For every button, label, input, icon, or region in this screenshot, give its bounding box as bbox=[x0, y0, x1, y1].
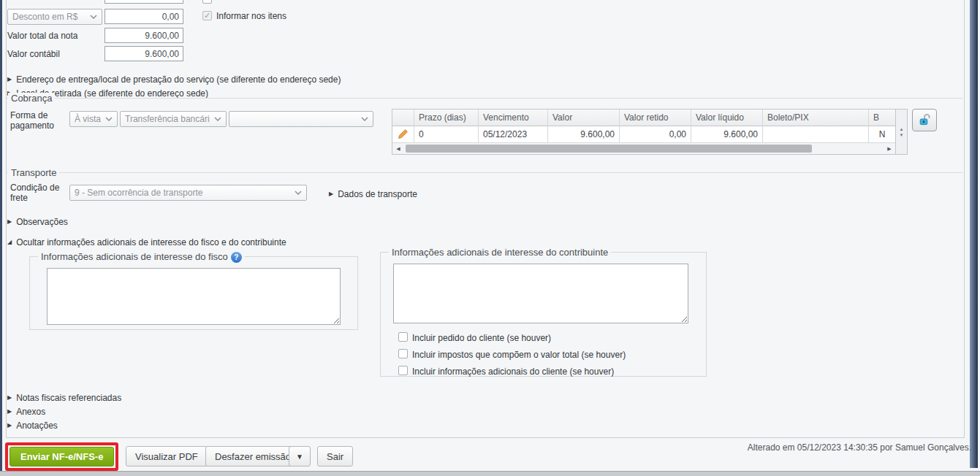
enviar-nfe-button[interactable]: Enviar NF-e/NFS-e bbox=[10, 447, 114, 467]
unlock-parcelas-button[interactable] bbox=[912, 109, 937, 131]
scroll-right-icon[interactable]: ▶ bbox=[884, 143, 895, 154]
forma-pagamento-select-1[interactable]: À vista bbox=[69, 111, 118, 127]
collapsible-label: Ocultar informações adicionais de intere… bbox=[16, 237, 286, 247]
collapse-arrow-icon: ▶ bbox=[329, 191, 333, 198]
fisco-textarea[interactable] bbox=[47, 268, 341, 325]
desfazer-emissao-dropdown-button[interactable]: ▼ bbox=[289, 446, 311, 467]
header-b[interactable]: B bbox=[869, 110, 895, 126]
collapsible-label: Dados de transporte bbox=[338, 189, 417, 199]
chevron-down-icon bbox=[90, 15, 97, 19]
pencil-icon bbox=[398, 128, 409, 139]
incluir-info-cliente-checkbox[interactable] bbox=[398, 366, 408, 375]
collapse-arrow-icon: ▶ bbox=[7, 394, 12, 402]
collapse-arrow-icon: ▶ bbox=[7, 422, 12, 429]
transporte-legend: Transporte bbox=[8, 167, 59, 178]
hscroll-track[interactable] bbox=[404, 143, 884, 154]
valor-contabil-input[interactable]: 9.600,00 bbox=[105, 46, 183, 61]
forma-pagamento-1-value: À vista bbox=[75, 114, 101, 124]
collapsible-observacoes[interactable]: ▶ Observações bbox=[7, 217, 68, 227]
informar-nos-itens-label: Informar nos itens bbox=[216, 11, 286, 21]
cell-boleto-pix[interactable] bbox=[763, 126, 869, 143]
header-edit bbox=[392, 110, 414, 126]
table-row: 0 05/12/2023 9.600,00 0,00 9.600,00 N bbox=[392, 126, 895, 143]
header-prazo[interactable]: Prazo (dias) bbox=[414, 110, 479, 126]
cropped-input[interactable] bbox=[105, 0, 183, 4]
scroll-left-icon[interactable]: ◀ bbox=[392, 143, 404, 154]
invoice-form-screen: Desconto em R$ 0,00 ✓ Informar nos itens… bbox=[0, 0, 980, 476]
window-right-edge bbox=[970, 0, 978, 468]
help-icon[interactable]: ? bbox=[231, 252, 242, 263]
check-icon: ✓ bbox=[204, 11, 210, 20]
forma-pagamento-label: Forma de pagamento bbox=[10, 110, 67, 131]
collapsible-label: Observações bbox=[16, 217, 68, 227]
panel-bottom-border bbox=[6, 437, 965, 438]
parcelas-table: Prazo (dias) Vencimento Valor Valor reti… bbox=[392, 109, 908, 155]
open-padlock-icon bbox=[918, 113, 932, 127]
panel-left-border bbox=[6, 0, 7, 437]
collapsible-endereco-entrega[interactable]: ▶ Endereço de entrega/local de prestação… bbox=[7, 74, 341, 85]
desconto-tipo-select[interactable]: Desconto em R$ bbox=[7, 9, 102, 25]
chevron-down-icon bbox=[295, 191, 302, 195]
valor-total-label: Valor total da nota bbox=[7, 31, 78, 41]
header-vencimento[interactable]: Vencimento bbox=[479, 110, 548, 126]
collapsible-notas-referenciadas[interactable]: ▶ Notas fiscais referenciadas bbox=[7, 393, 121, 403]
informar-nos-itens-checkbox[interactable]: ✓ bbox=[202, 11, 212, 20]
fisco-legend-text: Informações adicionais de interesse do f… bbox=[41, 251, 228, 262]
incluir-impostos-checkbox[interactable] bbox=[398, 349, 408, 358]
header-valor-liquido[interactable]: Valor líquido bbox=[691, 110, 763, 126]
collapse-arrow-icon: ▶ bbox=[7, 408, 12, 415]
visualizar-pdf-button[interactable]: Visualizar PDF bbox=[126, 446, 208, 467]
hscroll-thumb[interactable] bbox=[406, 145, 812, 153]
cell-valor-liquido[interactable]: 9.600,00 bbox=[691, 126, 763, 143]
table-hscrollbar[interactable]: ◀ ▶ bbox=[392, 143, 895, 154]
table-header-row: Prazo (dias) Vencimento Valor Valor reti… bbox=[392, 110, 895, 126]
header-valor-retido[interactable]: Valor retido bbox=[620, 110, 691, 126]
spin-up-icon[interactable]: ▲ bbox=[900, 127, 904, 131]
table-vscrollbar[interactable]: ▲ ▼ bbox=[895, 110, 907, 154]
collapse-arrow-icon: ▶ bbox=[7, 218, 12, 226]
highlight-box: Enviar NF-e/NFS-e bbox=[5, 442, 118, 471]
valor-total-input[interactable]: 9.600,00 bbox=[105, 28, 183, 43]
contribuinte-legend: Informações adicionais de interesse do c… bbox=[389, 247, 611, 258]
incluir-pedido-label: Incluir pedido do cliente (se houver) bbox=[412, 333, 551, 343]
forma-pagamento-select-3[interactable] bbox=[229, 111, 373, 127]
sair-button[interactable]: Sair bbox=[317, 446, 353, 467]
incluir-impostos-label: Incluir impostos que compõem o valor tot… bbox=[412, 350, 626, 360]
incluir-pedido-checkbox[interactable] bbox=[398, 332, 408, 342]
panel-right-border bbox=[964, 0, 965, 437]
chevron-down-icon bbox=[214, 117, 221, 121]
cell-valor-retido[interactable]: 0,00 bbox=[620, 126, 691, 143]
collapse-arrow-icon: ▶ bbox=[7, 76, 12, 83]
cobranca-legend: Cobrança bbox=[8, 93, 55, 104]
cropped-checkbox[interactable] bbox=[202, 0, 212, 4]
chevron-down-icon bbox=[105, 117, 113, 121]
header-boleto-pix[interactable]: Boleto/PIX bbox=[763, 110, 869, 126]
collapsible-ocultar-info[interactable]: ◢ Ocultar informações adicionais de inte… bbox=[7, 237, 286, 247]
desfazer-emissao-button[interactable]: Desfazer emissão bbox=[205, 446, 300, 467]
dropdown-arrow-icon: ▼ bbox=[296, 453, 303, 461]
forma-pagamento-select-2[interactable]: Transferência bancária, bbox=[120, 111, 227, 127]
spin-down-icon[interactable]: ▼ bbox=[900, 133, 904, 137]
incluir-info-cliente-label: Incluir informações adicionais do client… bbox=[412, 366, 614, 377]
cell-vencimento[interactable]: 05/12/2023 bbox=[479, 126, 548, 143]
edit-row-button[interactable] bbox=[392, 126, 414, 143]
desconto-valor-input[interactable]: 0,00 bbox=[105, 9, 183, 24]
collapsible-anexos[interactable]: ▶ Anexos bbox=[7, 407, 45, 417]
header-valor[interactable]: Valor bbox=[548, 110, 620, 126]
collapsible-anotacoes[interactable]: ▶ Anotações bbox=[7, 421, 58, 431]
collapsible-dados-transporte[interactable]: ▶ Dados de transporte bbox=[329, 189, 417, 199]
forma-pagamento-2-value: Transferência bancária, bbox=[125, 114, 210, 124]
cell-b[interactable]: N bbox=[869, 126, 895, 143]
collapsible-label: Anexos bbox=[16, 407, 45, 417]
contribuinte-textarea[interactable] bbox=[393, 264, 688, 323]
collapsible-label: Anotações bbox=[16, 421, 58, 431]
expanded-arrow-icon: ◢ bbox=[7, 239, 12, 246]
cell-valor[interactable]: 9.600,00 bbox=[548, 126, 620, 143]
collapsible-label: Endereço de entrega/local de prestação d… bbox=[16, 74, 341, 85]
chevron-down-icon bbox=[361, 117, 368, 121]
cell-prazo[interactable]: 0 bbox=[414, 126, 479, 143]
condicao-frete-select[interactable]: 9 - Sem ocorrência de transporte bbox=[69, 185, 307, 201]
panel-background bbox=[0, 0, 980, 471]
window-left-edge bbox=[0, 0, 2, 471]
fisco-legend: Informações adicionais de interesse do f… bbox=[38, 251, 245, 263]
